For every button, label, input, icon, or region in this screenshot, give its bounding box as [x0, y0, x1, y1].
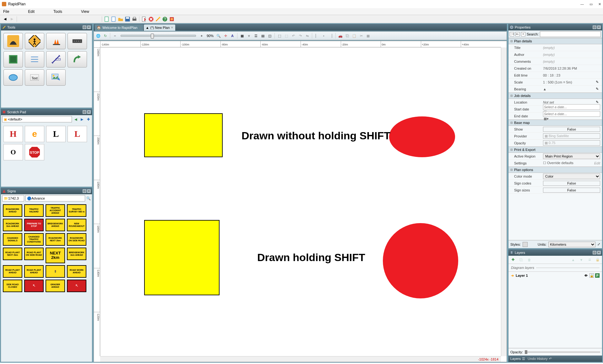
pin-icon[interactable]: ⊟ [83, 189, 86, 193]
close-tab-icon[interactable]: ✕ [139, 26, 141, 29]
prop-group-header[interactable]: Plan details [508, 38, 602, 44]
sign-item[interactable]: ROAD WORK AHEAD [67, 265, 86, 278]
align-left-icon[interactable]: ▏ [314, 33, 320, 39]
sign-item[interactable]: NEXT 2km [46, 248, 65, 263]
close-button[interactable]: ✕ [598, 2, 601, 6]
list-icon[interactable]: ☰ [253, 33, 259, 39]
close-tab-icon[interactable]: ✕ [171, 26, 173, 29]
del-layer-icon[interactable]: 🗑 [527, 257, 532, 262]
paste-icon[interactable]: 📋 [351, 33, 357, 39]
shape-rectangle[interactable] [144, 113, 223, 157]
edit-link[interactable]: Edit [594, 161, 600, 165]
properties-header[interactable]: Properties ⊟ ✕ [508, 24, 602, 30]
close-panel-icon[interactable]: ✕ [597, 251, 601, 254]
scrollbar-vertical[interactable] [501, 47, 507, 356]
align-right-icon[interactable]: ▕ [328, 33, 334, 39]
tool-measure[interactable]: 123 [46, 51, 66, 67]
tool-cones[interactable] [46, 33, 66, 49]
prop-value[interactable]: 00 : 18 : 23 [543, 73, 600, 77]
visibility-icon[interactable]: 👁 [584, 273, 588, 278]
sign-item[interactable]: TRAFFIC ACCIDENT AHEAD [46, 204, 65, 217]
sign-item[interactable]: 🚦 [46, 265, 65, 278]
close-panel-icon[interactable]: ✕ [87, 189, 91, 193]
sign-item[interactable]: PREPARE TO STOP [24, 219, 44, 231]
folder-icon[interactable] [117, 16, 124, 22]
rotate-right-icon[interactable]: ↷ [297, 33, 303, 39]
text-marker-icon[interactable]: A [229, 33, 236, 39]
refresh-icon[interactable]: ↻ [102, 33, 108, 39]
tool-distance[interactable] [3, 51, 23, 67]
tool-worker-sign[interactable] [25, 33, 44, 49]
layout-icon[interactable]: ▦ [239, 33, 245, 39]
signs-header[interactable]: Signs ⊟ ✕ [1, 188, 92, 194]
zoom-slider[interactable] [121, 35, 196, 37]
opacity-slider[interactable] [525, 351, 600, 353]
prop-value[interactable]: ▦▾ [543, 111, 600, 121]
prop-value[interactable]: Main Print Region [543, 153, 600, 159]
shape-ellipse[interactable] [389, 116, 455, 157]
sign-item[interactable]: ROADWORK ON SIDE ROAD [67, 233, 86, 246]
menu-tools[interactable]: Tools [53, 9, 62, 14]
zoom-in-icon[interactable]: + [198, 33, 205, 39]
export-icon[interactable] [141, 16, 147, 22]
scratch-item-stop[interactable]: STOP [25, 144, 44, 160]
sign-item[interactable]: ROAD PLANT ON SIDE ROAD [24, 248, 44, 260]
sign-item[interactable]: ROAD PLANT AHEAD [24, 265, 44, 278]
align-center-icon[interactable]: ▪ [321, 33, 327, 39]
grid-icon[interactable]: ▤ [260, 33, 266, 39]
expand-icon[interactable]: ⤢ [597, 242, 600, 246]
car-icon[interactable]: 🚗 [337, 33, 344, 39]
canvas-text[interactable]: Drawn without holding SHIFT [242, 130, 390, 142]
prop-value[interactable]: ▲ [543, 87, 596, 91]
ungroup-icon[interactable]: ⬚ [283, 33, 290, 39]
sign-item[interactable]: CHANGED SIGNALS [3, 233, 22, 246]
properties-search-input[interactable] [540, 31, 601, 37]
tool-image[interactable] [46, 69, 66, 86]
sign-item[interactable]: NEW ROUNDABOUT [67, 219, 86, 231]
shape-square[interactable] [144, 220, 220, 295]
pin-icon[interactable]: ⊟ [83, 25, 86, 29]
group-icon[interactable]: ⬚ [276, 33, 283, 39]
tool-lines[interactable] [25, 51, 44, 67]
menu-edit[interactable]: Edit [28, 9, 35, 14]
sign-item[interactable]: SIDE ROAD CLOSED [3, 280, 22, 292]
prop-value[interactable]: Not set [543, 100, 596, 104]
layer-down-icon[interactable]: ▼ [579, 257, 584, 262]
prop-value[interactable]: (empty) [543, 53, 600, 56]
sign-item[interactable]: TRAFFIC SURVEY 500 m [67, 204, 86, 217]
zoom-out-icon[interactable]: − [112, 33, 118, 39]
prop-value[interactable]: Color [543, 174, 600, 179]
lock-icon[interactable]: 🔒 [589, 273, 594, 278]
canvas[interactable]: Drawn without holding SHIFT Drawn holdin… [100, 47, 501, 356]
add-layer-icon[interactable]: ✚ [510, 257, 515, 262]
sort-cat-icon[interactable]: ⋮≡ [510, 32, 514, 36]
maximize-button[interactable]: ▭ [589, 2, 593, 6]
menu-view[interactable]: View [81, 9, 89, 14]
sign-item[interactable]: TRAFFIC HAZARD [24, 204, 44, 217]
delete-icon[interactable] [148, 16, 154, 22]
help-icon[interactable]: ? [162, 16, 168, 22]
prev-icon[interactable]: ◀ [73, 117, 78, 122]
print-icon[interactable]: P [595, 273, 600, 278]
prop-value[interactable]: False [543, 127, 600, 132]
prop-value[interactable]: (empty) [543, 60, 600, 63]
zoom-tool-icon[interactable]: 🔍 [215, 33, 222, 39]
exit-icon[interactable] [169, 16, 175, 22]
close-panel-icon[interactable]: ✕ [87, 25, 91, 29]
scratchpad-header[interactable]: Scratch Pad ⊟ ✕ [1, 109, 92, 115]
back-button[interactable]: ◀ [2, 16, 8, 22]
edit-pencil-icon[interactable]: ✎ [596, 80, 600, 84]
scratchpad-selector[interactable]: ▣ <default> [2, 116, 72, 122]
signs-code[interactable]: 📁 1742.3 [2, 195, 24, 201]
prop-value[interactable]: 7/6/2018 12:28:36 PM [543, 67, 600, 70]
scratch-item[interactable]: L [46, 126, 66, 142]
sort-az-icon[interactable]: A↓ [515, 32, 520, 36]
save-icon[interactable] [124, 16, 131, 22]
dup-layer-icon[interactable]: ⿻ [519, 257, 524, 262]
pin-icon[interactable]: ⊟ [593, 251, 596, 254]
prop-value[interactable]: ☐ Override defaults [543, 161, 592, 165]
sign-item[interactable]: ROAD PLANT NEXT 2km [3, 248, 22, 260]
minimize-button[interactable]: — [580, 2, 584, 6]
tool-lane[interactable] [68, 33, 87, 49]
sign-item[interactable]: ⛏ [67, 280, 86, 292]
